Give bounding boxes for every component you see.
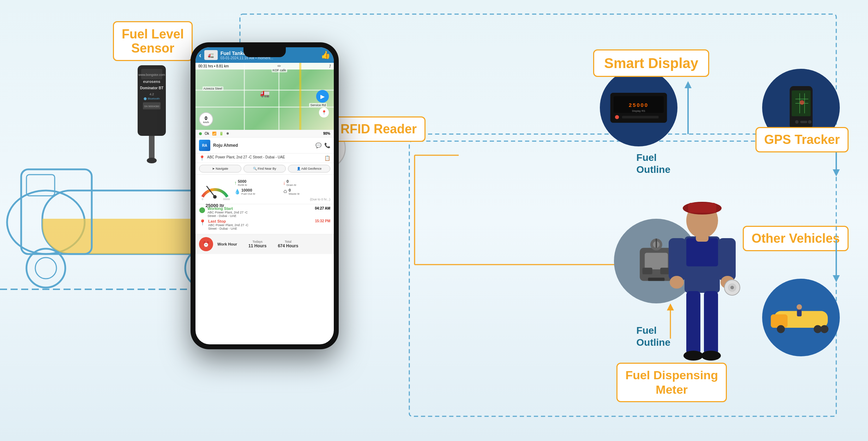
svg-point-65 [683,351,703,361]
svg-text:25000: 25000 [629,102,649,108]
wifi-icon: 📶 [212,132,216,135]
other-vehicles-text: Other Vehicles [752,231,840,246]
snowflake-icon: ❄ [226,132,229,135]
svg-point-58 [670,276,684,289]
phone-mockup: ‹ 🚛 Fuel Tanker -xxxx 03-01-2024,11:16 A… [191,42,339,349]
smart-display-circle: 25000 Display RS [600,69,677,146]
svg-text:eurosens: eurosens [143,79,161,84]
svg-rect-41 [149,136,155,161]
map-label-road: Service Rd [309,103,327,107]
svg-point-96 [820,325,828,333]
drain-value: 0 [287,179,289,183]
svg-marker-5 [685,81,692,88]
status-bar: Ok 📶 🔋 ❄ 90% [195,130,334,138]
svg-rect-73 [622,116,659,119]
action-buttons: ➤ Navigate 🔍 Find Near By 👤 Add Geofence [195,163,334,175]
other-vehicles-circle [762,279,840,356]
fuel-outline-top-label: FuelOutline [637,152,670,175]
gps-tracker-label-box: GPS Tracker [755,127,849,152]
svg-rect-98 [797,309,802,316]
refill-value: 5000 [238,179,246,183]
add-geofence-button[interactable]: 👤 Add Geofence [288,165,330,173]
status-ok: Ok [205,132,209,135]
status-dot [199,132,202,135]
map-area: 00:31 hrs • 8.81 km 👁 ⤴ KOF cafe Azeeza … [195,63,334,130]
call-icon[interactable]: 📞 [324,143,330,148]
svg-marker-7 [833,169,840,176]
svg-text:0: 0 [202,198,203,200]
copy-icon[interactable]: 📋 [324,155,330,161]
fuel-gauge-svg: 0 30000 25000 ltr [199,177,231,197]
svg-rect-53 [688,203,716,213]
svg-rect-64 [704,291,718,355]
waste-stat: ♻ 0 Waste ltr [283,188,330,195]
svg-point-42 [147,158,157,163]
total-work-stat: Total 674 Hours [278,240,298,248]
geofence-icon: 👤 [297,167,301,170]
smart-display-label-box: Smart Display [593,49,709,77]
work-hour-label: Work Hour [217,242,237,246]
svg-rect-55 [686,238,718,266]
svg-point-72 [615,115,619,119]
svg-text:www.bongstor.com: www.bongstor.com [138,73,165,77]
svg-marker-9 [833,275,840,282]
battery-level: 90% [323,132,330,135]
fuel-out-stat: 💧 10000 Fuel Out ltr [234,188,282,195]
working-start-row: ⬤ Working Start ABC Power Plant, 2nd 27 … [199,206,330,218]
fuel-sensor-text: Fuel Level Sensor [122,27,184,55]
svg-point-24 [35,258,56,279]
fuel-sensor-device: www.bongstor.com eurosens Dominator BT 4… [116,65,187,164]
gauge-row: 0 30000 25000 ltr ↑ 5000 Refill [199,177,330,197]
map-locate-btn[interactable]: 📍 [319,108,329,117]
svg-rect-63 [686,291,700,355]
svg-point-66 [701,351,721,361]
drain-label: Drain ltr [287,183,296,187]
svg-rect-56 [669,238,686,280]
main-container: Fuel Level Sensor www.bongstor.com euros… [0,0,868,441]
svg-text:4.2: 4.2 [150,92,154,96]
driver-info: RA Roju Ahmed 💬 📞 [195,138,334,153]
work-hour-icon: ⏰ [199,237,213,251]
last-stop-time: 15:32 PM [315,219,330,223]
location-row: 📍 ABC Power Plant, 2nd 27 -C Street - Du… [195,153,334,163]
todays-work-stat: Todays 11 Hours [248,240,266,248]
fuel-stats: ↑ 5000 Refill ltr ↓ 0 Drain ltr [234,179,330,195]
todays-label: Todays [248,240,266,243]
back-button[interactable]: ‹ [199,51,201,59]
find-nearby-button[interactable]: 🔍 Find Near By [243,165,286,173]
svg-rect-89 [643,268,652,274]
working-start-time: 04:27 AM [315,206,330,210]
map-play-button[interactable]: ▶ [316,90,329,103]
chat-icon[interactable]: 💬 [315,143,321,148]
like-icon[interactable]: 👍 [321,50,330,60]
smart-display-text: Smart Display [604,55,698,71]
nearby-icon: 🔍 [253,167,257,170]
gps-tracker-text: GPS Tracker [764,132,840,147]
refill-label: Refill ltr [238,183,247,187]
svg-point-97 [797,304,802,309]
navigate-button[interactable]: ➤ Navigate [199,165,241,173]
svg-text:SN 90004380: SN 90004380 [144,105,159,108]
trip-info: ⬤ Working Start ABC Power Plant, 2nd 27 … [195,204,334,234]
working-start-label: Working Start [207,206,248,211]
work-hour-bar: ⏰ Work Hour Todays 11 Hours Total 674 Ho… [195,234,334,254]
other-vehicles-label-box: Other Vehicles [743,226,849,251]
working-start-icon: ⬤ [199,206,205,213]
contact-icons: 💬 📞 [315,143,330,148]
phone-screen: ‹ 🚛 Fuel Tanker -xxxx 03-01-2024,11:16 A… [195,47,334,344]
svg-rect-57 [718,238,736,280]
map-label-steel: Azeeza Steel [203,86,223,91]
vehicle-icon: 🚛 [204,50,218,60]
total-value: 674 Hours [278,243,298,248]
svg-point-83 [808,120,812,124]
svg-point-94 [777,325,785,333]
fuel-gauge-area: 0 30000 25000 ltr ↑ 5000 Refill [195,175,334,204]
speed-unit: km/h [203,121,209,123]
battery-icon: 🔋 [219,132,223,135]
drain-stat: ↓ 0 Drain ltr [283,179,330,187]
todays-value: 11 Hours [248,243,266,248]
svg-point-44 [213,195,217,199]
worker-figure [653,201,752,413]
last-stop-label: Last Stop [208,219,248,223]
svg-text:⬤ Bluetooth: ⬤ Bluetooth [144,97,159,100]
